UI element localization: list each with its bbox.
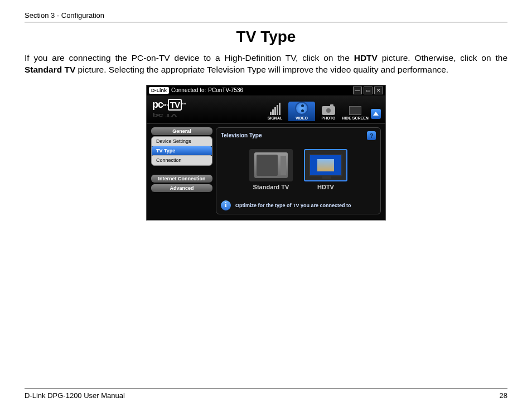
sidebar: General Device Settings TV Type Connecti… xyxy=(151,127,212,214)
logo-pc: pc xyxy=(152,99,163,111)
dlink-logo: D-Link xyxy=(149,87,169,94)
option-standard-tv[interactable]: Standard TV xyxy=(249,149,293,190)
sidebar-header-general[interactable]: General xyxy=(151,127,212,135)
tab-hide-screen[interactable]: HIDE SCREEN xyxy=(342,104,369,121)
hdtv-icon xyxy=(309,154,342,176)
panel-title: Television Type xyxy=(221,132,262,138)
standard-tv-icon xyxy=(254,152,288,178)
tab-hide-label: HIDE SCREEN xyxy=(342,116,369,120)
hdtv-label: HDTV xyxy=(317,184,334,190)
page-title: TV Type xyxy=(25,28,507,46)
panel-header: Television Type ? xyxy=(221,131,376,140)
minimize-button[interactable]: — xyxy=(353,87,362,94)
maximize-button[interactable]: ▭ xyxy=(364,87,373,94)
standard-tv-label: Standard TV xyxy=(253,184,289,190)
body-pre: If you are connecting the PC-on-TV devic… xyxy=(25,53,354,63)
info-text: Optimize for the type of TV you are conn… xyxy=(235,203,351,208)
sidebar-item-connection[interactable]: Connection xyxy=(152,156,212,165)
window-buttons: — ▭ ✕ xyxy=(353,87,383,94)
body-paragraph: If you are connecting the PC-on-TV devic… xyxy=(25,52,507,76)
footer-left: D-Link DPG-1200 User Manual xyxy=(25,391,125,400)
logo-on: on xyxy=(163,102,167,107)
body-post: picture. Selecting the appropriate Telev… xyxy=(75,65,448,74)
info-icon: i xyxy=(221,200,231,210)
tab-video[interactable]: VIDEO xyxy=(288,102,315,121)
option-hdtv[interactable]: HDTV xyxy=(304,149,347,190)
connected-value: PConTV-7536 xyxy=(208,87,243,93)
close-button[interactable]: ✕ xyxy=(374,87,383,94)
body-bold-standard: Standard TV xyxy=(25,65,75,74)
app-window: D-Link Connected to: PConTV-7536 — ▭ ✕ p… xyxy=(146,85,386,221)
hide-screen-icon xyxy=(349,106,361,115)
connected-label: Connected to: xyxy=(171,87,206,93)
section-header: Section 3 - Configuration xyxy=(25,11,507,22)
sidebar-group-general: General Device Settings TV Type Connecti… xyxy=(151,127,212,166)
signal-icon xyxy=(270,103,280,115)
sidebar-header-advanced[interactable]: Advanced xyxy=(151,184,212,192)
tab-signal-label: SIGNAL xyxy=(268,116,282,120)
video-reel-icon xyxy=(295,102,308,115)
tab-photo-label: PHOTO xyxy=(322,116,336,120)
body-mid: picture. Otherwise, click on the xyxy=(378,53,507,63)
tv-options: Standard TV HDTV xyxy=(221,149,376,190)
footer-page-number: 28 xyxy=(500,391,507,400)
up-arrow-button[interactable] xyxy=(371,109,381,119)
tab-signal[interactable]: SIGNAL xyxy=(262,103,288,121)
screenshot-container: D-Link Connected to: PConTV-7536 — ▭ ✕ p… xyxy=(25,85,507,221)
sidebar-item-tv-type[interactable]: TV Type xyxy=(152,146,212,156)
info-row: i Optimize for the type of TV you are co… xyxy=(221,200,376,210)
sidebar-header-internet[interactable]: Internet Connection xyxy=(151,175,212,183)
tab-photo[interactable]: PHOTO xyxy=(315,104,342,121)
help-button[interactable]: ? xyxy=(367,131,376,140)
page-footer: D-Link DPG-1200 User Manual 28 xyxy=(25,389,507,400)
camera-icon xyxy=(322,106,335,115)
sidebar-group-bottom: Internet Connection Advanced xyxy=(151,175,212,192)
top-tabs: SIGNAL VIDEO PHOTO HIDE SCREEN xyxy=(262,102,381,121)
pcontv-logo: pconTV™ pc TV xyxy=(152,99,186,121)
content-panel: Television Type ? Standard TV HDTV i Opt xyxy=(216,127,381,214)
top-strip: pconTV™ pc TV SIGNAL VIDEO PHOTO xyxy=(147,95,385,124)
sidebar-item-device-settings[interactable]: Device Settings xyxy=(152,137,212,146)
main-area: General Device Settings TV Type Connecti… xyxy=(147,124,385,220)
body-bold-hdtv: HDTV xyxy=(354,53,378,63)
logo-tv: TV xyxy=(168,99,182,111)
tab-video-label: VIDEO xyxy=(296,116,308,120)
titlebar: D-Link Connected to: PConTV-7536 — ▭ ✕ xyxy=(147,85,385,95)
